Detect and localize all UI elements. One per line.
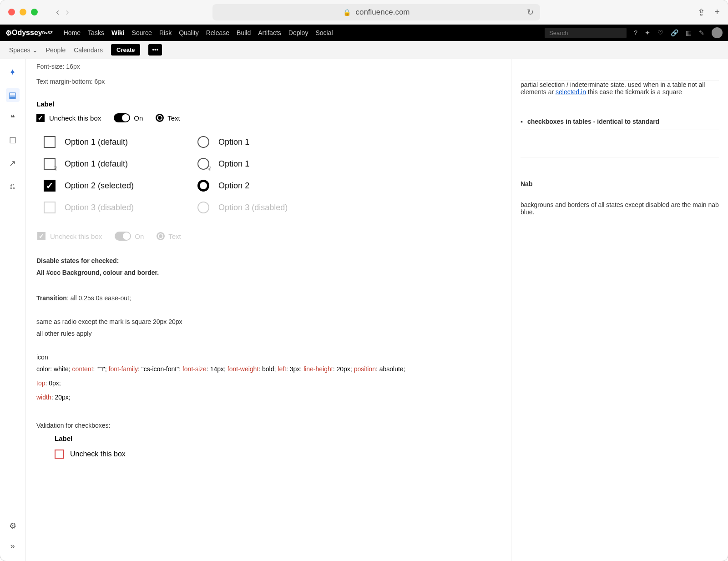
tables-bullet: ▪ checkboxes in tables - identical to st… [521, 113, 719, 130]
radio-option-2[interactable] [197, 180, 209, 192]
checkbox-option-3-label: Option 3 (disabled) [65, 203, 134, 212]
disable-states-body: All #ccc Background, colour and border. [36, 269, 500, 276]
field-label: Label [36, 100, 500, 108]
user-avatar[interactable] [712, 27, 723, 38]
nav-build[interactable]: Build [237, 29, 251, 36]
calendar-icon[interactable]: ☐ [6, 134, 20, 147]
browser-forward-button[interactable]: › [66, 6, 69, 18]
main-content: Font-size: 16px Text margin-bottom: 6px … [25, 59, 511, 561]
create-more-button[interactable]: ••• [148, 44, 162, 56]
share-icon[interactable]: ⇪ [698, 7, 705, 18]
reload-icon[interactable]: ↻ [527, 7, 534, 17]
checkbox-option-2-label: Option 2 (selected) [65, 181, 134, 191]
nav-tasks[interactable]: Tasks [88, 29, 104, 36]
checkbox-option-2[interactable] [44, 180, 56, 192]
space-nav: Spaces ⌄ People Calendars Create ••• [0, 41, 728, 59]
radio-option-1-hover[interactable]: ☟ [197, 158, 209, 170]
validation-checkbox[interactable] [55, 450, 64, 459]
checkbox-disabled-demo [37, 232, 46, 240]
global-nav: ⚙OdysseyDvSZ Home Tasks Wiki Source Risk… [0, 25, 728, 41]
radio-disabled-demo-label: Text [168, 232, 181, 240]
radio-text-label: Text [167, 114, 180, 122]
checkbox-disabled-demo-label: Uncheck this box [50, 232, 102, 240]
new-tab-icon[interactable]: + [714, 7, 720, 18]
partial-selection-note: partial selection / indeterminate state.… [521, 81, 719, 104]
address-url: confluence.com [355, 8, 410, 17]
nab-body: backgrouns and borders of all states exc… [521, 201, 719, 216]
side-panel: partial selection / indeterminate state.… [511, 59, 728, 561]
browser-back-button[interactable]: ‹ [56, 6, 59, 18]
spec-font-size: Font-size: 16px [36, 59, 500, 74]
icon-heading: icon [36, 354, 500, 361]
external-link-icon[interactable]: ↗ [6, 157, 20, 170]
notification-icon[interactable]: ✦ [645, 29, 650, 36]
address-bar[interactable]: 🔒 confluence.com ↻ [212, 4, 540, 20]
validation-checkbox-label: Uncheck this box [70, 450, 126, 458]
brand-logo[interactable]: ⚙OdysseyDvSZ [5, 29, 53, 37]
radio-option-1-hover-label: Option 1 [218, 159, 249, 169]
nav-risk[interactable]: Risk [159, 29, 172, 36]
all-other-note: all other rules apply [36, 330, 500, 337]
window-zoom-button[interactable] [31, 9, 38, 15]
validation-label: Label [55, 435, 500, 442]
css-spec-line-3: width: 20px; [36, 392, 500, 403]
help-icon[interactable]: ? [634, 29, 637, 36]
lock-icon: 🔒 [343, 9, 351, 16]
css-spec-line-1: color: white; content: "□"; font-family:… [36, 364, 500, 375]
nav-artifacts[interactable]: Artifacts [258, 29, 281, 36]
settings-icon[interactable]: ⚙ [6, 519, 20, 533]
confluence-icon[interactable]: ✦ [6, 66, 20, 79]
edit-icon[interactable]: ✎ [699, 29, 704, 36]
selected-in-link[interactable]: selected.in [556, 88, 586, 96]
window-close-button[interactable] [8, 9, 15, 15]
nav-wiki[interactable]: Wiki [111, 29, 125, 36]
tree-icon[interactable]: ⎌ [6, 179, 20, 193]
nav-release[interactable]: Release [206, 29, 229, 36]
checkbox-option-1-hover[interactable]: ☟ [44, 158, 56, 170]
transition-label: Transition [36, 294, 67, 302]
people-link[interactable]: People [46, 46, 66, 54]
expand-icon[interactable]: » [6, 539, 20, 553]
browser-title-bar: ‹ › 🔒 confluence.com ↻ ⇪ + [0, 0, 728, 25]
cursor-icon: ☟ [207, 165, 211, 172]
radio-option-3 [197, 202, 209, 213]
nav-quality[interactable]: Quality [179, 29, 199, 36]
toggle-switch[interactable] [114, 113, 130, 122]
toggle-disabled-demo-label: On [135, 232, 144, 240]
nav-social[interactable]: Social [315, 29, 333, 36]
window-minimize-button[interactable] [20, 9, 26, 15]
spec-margin-bottom: Text margin-bottom: 6px [36, 74, 500, 89]
radio-disabled-demo [157, 232, 165, 240]
spaces-menu[interactable]: Spaces ⌄ [9, 46, 38, 54]
validation-heading: Validation for checkboxes: [36, 422, 500, 429]
nav-home[interactable]: Home [64, 29, 81, 36]
checkbox-uncheck[interactable] [36, 114, 45, 122]
toggle-label: On [134, 114, 143, 122]
nav-deploy[interactable]: Deploy [288, 29, 308, 36]
checkbox-option-1-label: Option 1 (default) [65, 137, 128, 147]
radio-option-2-label: Option 2 [218, 181, 249, 191]
nav-source[interactable]: Source [132, 29, 152, 36]
transition-value: : all 0.25s 0s ease-out; [67, 294, 131, 302]
checkbox-uncheck-label: Uncheck this box [49, 114, 101, 122]
cursor-icon: ☟ [53, 165, 57, 172]
link-icon[interactable]: 🔗 [671, 29, 678, 36]
bullet-icon: ▪ [521, 118, 523, 125]
global-search-input[interactable] [545, 28, 627, 38]
radio-option-3-label: Option 3 (disabled) [218, 203, 288, 212]
radio-option-1[interactable] [197, 136, 209, 148]
checkbox-option-1-hover-label: Option 1 (default) [65, 159, 128, 169]
radio-text[interactable] [156, 114, 164, 122]
radio-option-1-label: Option 1 [218, 137, 249, 147]
nab-heading: Nab [521, 180, 719, 187]
toggle-disabled-demo [115, 232, 131, 241]
create-button[interactable]: Create [111, 44, 140, 56]
quotes-icon[interactable]: ❝ [6, 111, 20, 125]
apps-icon[interactable]: ▦ [686, 29, 692, 36]
css-spec-line-2: top: 0px; [36, 378, 500, 389]
heartbeat-icon[interactable]: ♡ [657, 29, 663, 36]
checkbox-option-1[interactable] [44, 136, 56, 148]
left-rail: ✦ ▤ ❝ ☐ ↗ ⎌ ⚙ » [0, 59, 25, 561]
pages-icon[interactable]: ▤ [6, 88, 20, 102]
calendars-link[interactable]: Calendars [74, 46, 103, 54]
